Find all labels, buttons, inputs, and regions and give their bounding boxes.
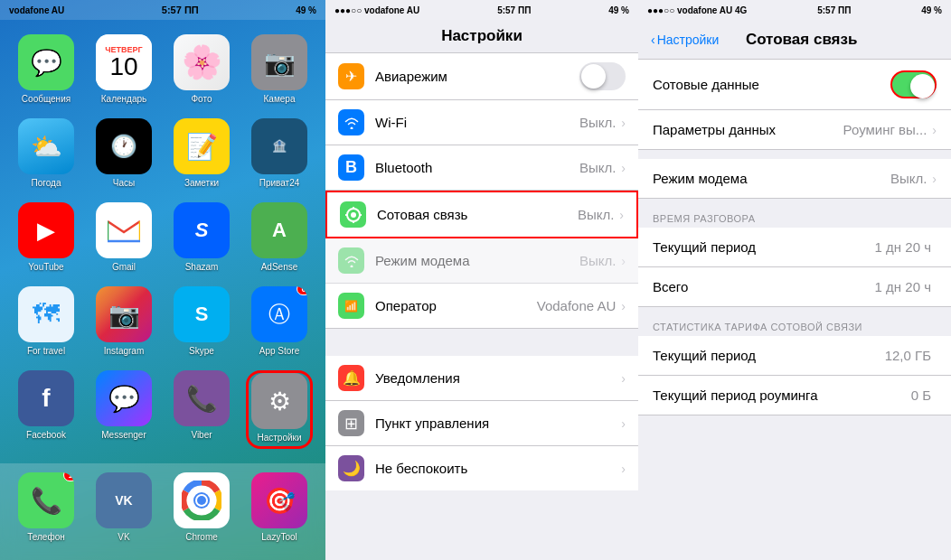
app-weather-label: Погода [32, 178, 61, 188]
app-shazam[interactable]: S Shazam [168, 202, 235, 275]
app-photos[interactable]: 🌸 Фото [168, 34, 235, 107]
dock-vk-label: VK [118, 532, 129, 542]
modem-row[interactable]: Режим модема Выкл. › [638, 159, 951, 199]
toggle-knob-airplane [581, 64, 606, 89]
settings-label-modem: Режим модема [375, 253, 579, 268]
dock-phone[interactable]: 📞 1 Телефон [13, 472, 80, 542]
phone1-status-bar: vodafone AU 5:57 ПП 49 % [0, 0, 325, 20]
settings-row-wifi[interactable]: Wi-Fi Выкл. › [325, 100, 638, 145]
app-messages[interactable]: 💬 Сообщения [13, 34, 80, 107]
app-messenger-label: Messenger [101, 430, 146, 440]
section-stats-header: СТАТИСТИКА ТАРИФА СОТОВОЙ СВЯЗИ [638, 316, 951, 336]
app-viber[interactable]: 📞 Viber [168, 370, 235, 449]
total-value: 1 дн 20 ч [875, 279, 931, 294]
app-viber-label: Viber [191, 430, 212, 440]
app-settings[interactable]: ⚙ Настройки [246, 370, 313, 449]
app-youtube[interactable]: ▶ YouTube [13, 202, 80, 275]
settings-row-control[interactable]: ⊞ Пункт управления › [325, 401, 638, 446]
cellular-data-label: Сотовые данные [653, 77, 890, 92]
phone1-carrier: vodafone AU [9, 5, 64, 15]
modem-label: Режим модема [653, 171, 890, 186]
settings-row-modem[interactable]: Режим модема Выкл. › [325, 238, 638, 284]
app-clock-icon: 🕐 [96, 118, 152, 174]
app-messenger-icon: 💬 [96, 370, 152, 426]
section-talk-header: ВРЕМЯ РАЗГОВОРА [638, 208, 951, 228]
app-camera[interactable]: 📷 Камера [246, 34, 313, 107]
app-youtube-label: YouTube [28, 262, 63, 272]
settings-row-cellular[interactable]: Сотовая связь Выкл. › [325, 191, 638, 238]
app-messenger[interactable]: 💬 Messenger [90, 370, 157, 449]
dock-vk[interactable]: VK VK [90, 472, 157, 542]
settings-row-dnd[interactable]: 🌙 Не беспокоить › [325, 446, 638, 490]
dock-vk-icon: VK [96, 472, 152, 528]
app-facebook-icon: f [18, 370, 74, 426]
settings-icon-operator: 📶 [338, 293, 364, 319]
settings-row-operator[interactable]: 📶 Оператор Vodafone AU › [325, 284, 638, 329]
app-skype-label: Skype [189, 346, 214, 356]
settings-icon-control: ⊞ [338, 410, 364, 436]
settings-value-modem: Выкл. [579, 253, 616, 268]
cellular-title: Сотовая связь [719, 31, 884, 49]
chevron-operator: › [621, 299, 626, 313]
app-privat24-icon: 🏦 [251, 118, 307, 174]
phone2-carrier: ●●●○○ vodafone AU [334, 5, 419, 15]
data-params-row[interactable]: Параметры данных Роуминг вы... › [638, 110, 951, 150]
app-travel[interactable]: 🗺 For travel [13, 286, 80, 359]
settings-nav-bar: Настройки [325, 20, 638, 53]
settings-value-wifi: Выкл. [579, 115, 616, 130]
settings-label-wifi: Wi-Fi [375, 115, 579, 130]
app-viber-icon: 📞 [174, 370, 230, 426]
dock-phone-icon: 📞 1 [18, 472, 74, 528]
app-clock[interactable]: 🕐 Часы [90, 118, 157, 191]
dock-chrome-label: Chrome [185, 532, 218, 542]
app-calendar-label: Календарь [101, 94, 146, 104]
app-photos-icon: 🌸 [174, 34, 230, 90]
cellular-detail-list: Сотовые данные Параметры данных Роуминг … [638, 60, 951, 560]
app-travel-label: For travel [27, 346, 65, 356]
settings-row-airplane[interactable]: ✈ Авиарежим [325, 53, 638, 100]
app-adsense[interactable]: A AdSense [246, 202, 313, 275]
chevron-dnd: › [621, 462, 626, 476]
app-messages-icon: 💬 [18, 34, 74, 90]
app-instagram-label: Instagram [104, 346, 144, 356]
back-button[interactable]: ‹ Настройки [651, 33, 719, 47]
phone3-status-bar: ●●●○○ vodafone AU 4G 5:57 ПП 49 % [638, 0, 951, 20]
settings-value-operator: Vodafone AU [537, 298, 617, 313]
dock-chrome-icon [174, 472, 230, 528]
dock-phone-label: Телефон [27, 532, 64, 542]
chevron-modem-detail: › [932, 172, 937, 186]
app-calendar[interactable]: четверг 10 Календарь [90, 34, 157, 107]
phone1-homescreen: vodafone AU 5:57 ПП 49 % 💬 Сообщения чет… [0, 0, 325, 560]
phone3-time: 5:57 ПП [817, 5, 851, 15]
app-instagram[interactable]: 📷 Instagram [90, 286, 157, 359]
settings-icon-airplane: ✈ [338, 63, 364, 89]
dock-lazytool-icon: 🎯 [251, 472, 307, 528]
cellular-data-toggle[interactable] [890, 70, 937, 98]
app-appstore[interactable]: Ⓐ 6 App Store [246, 286, 313, 359]
app-privat24[interactable]: 🏦 Приват24 [246, 118, 313, 191]
app-appstore-icon: Ⓐ 6 [251, 286, 307, 342]
phone-badge: 1 [63, 472, 74, 481]
app-notes[interactable]: 📝 Заметки [168, 118, 235, 191]
app-instagram-icon: 📷 [96, 286, 152, 342]
total-row: Всего 1 дн 20 ч [638, 267, 951, 307]
dock-lazytool[interactable]: 🎯 LazyTool [246, 472, 313, 542]
dock-chrome[interactable]: Chrome [168, 472, 235, 542]
settings-sep-1 [325, 329, 638, 356]
app-calendar-icon: четверг 10 [96, 34, 152, 90]
app-skype[interactable]: S Skype [168, 286, 235, 359]
cellular-data-row[interactable]: Сотовые данные [638, 60, 951, 110]
airplane-toggle[interactable] [579, 62, 626, 90]
app-gmail[interactable]: Gmail [90, 202, 157, 275]
app-weather[interactable]: ⛅ Погода [13, 118, 80, 191]
sep-stats [638, 307, 951, 316]
current-period-label: Текущий период [653, 239, 875, 255]
current-period-value: 1 дн 20 ч [875, 239, 931, 255]
settings-label-notifications: Уведомления [375, 370, 621, 386]
data-params-value: Роуминг вы... [843, 122, 927, 137]
app-travel-icon: 🗺 [18, 286, 74, 342]
settings-row-notifications[interactable]: 🔔 Уведомления › [325, 356, 638, 401]
app-facebook[interactable]: f Facebook [13, 370, 80, 449]
app-shazam-label: Shazam [185, 262, 219, 272]
settings-row-bluetooth[interactable]: B Bluetooth Выкл. › [325, 145, 638, 191]
